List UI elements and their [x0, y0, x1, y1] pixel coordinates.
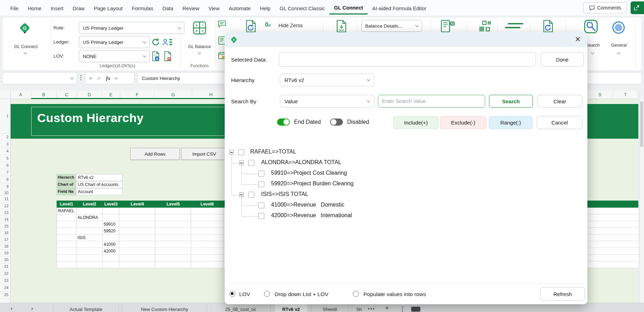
row-number[interactable]: 1	[0, 99, 10, 134]
table-cell[interactable]	[103, 261, 119, 268]
table-cell[interactable]	[103, 235, 119, 241]
table-row[interactable]: ISIS	[57, 235, 223, 241]
name-box[interactable]	[2, 72, 77, 84]
menu-file[interactable]: File	[6, 2, 23, 14]
refresh-button[interactable]: Refresh	[540, 287, 585, 301]
table-cell[interactable]	[76, 221, 103, 228]
table-cell[interactable]	[57, 221, 76, 228]
table-cell[interactable]	[155, 228, 191, 235]
table-row[interactable]: 42000	[57, 248, 223, 255]
table-cell[interactable]	[76, 261, 103, 268]
row-number[interactable]: 15	[0, 223, 10, 230]
tree-collapse-icon[interactable]	[239, 192, 244, 197]
close-icon[interactable]: ✕	[573, 35, 582, 44]
row-number[interactable]: 17	[0, 236, 10, 243]
table-cell[interactable]	[119, 214, 155, 221]
lov-download-icon[interactable]	[151, 51, 160, 63]
radio-dropdown-lov[interactable]	[264, 291, 270, 297]
tree-checkbox[interactable]	[258, 213, 264, 219]
table-cell[interactable]	[119, 248, 155, 255]
general-dropdown[interactable]: General	[608, 43, 629, 48]
tree-item-label[interactable]: 59920=>Project Burden Clearing	[271, 180, 353, 187]
sheet-tab[interactable]: 25_08_cust_oc	[211, 303, 271, 312]
table-cell[interactable]	[119, 255, 155, 261]
tree-item-label[interactable]: ALONDRA=>ALONDRA TOTAL	[261, 159, 341, 166]
tree-item-label[interactable]: RAFAEL=>TOTAL	[250, 149, 296, 155]
cancel-button[interactable]: Cancel	[537, 116, 582, 129]
lov-select[interactable]: NONE	[79, 50, 150, 62]
hide-zeros-button[interactable]: Hide Zeros	[278, 23, 303, 28]
tree-collapse-icon[interactable]	[229, 150, 234, 155]
table-cell[interactable]	[119, 241, 155, 248]
row-number[interactable]: 18	[0, 243, 10, 250]
role-select[interactable]: US Primary Ledger	[79, 22, 184, 34]
search-button[interactable]: Search	[489, 95, 533, 108]
sheet-menu-icon[interactable]	[402, 306, 403, 312]
cancel-entry-icon[interactable]: ×	[89, 75, 92, 81]
table-cell[interactable]	[155, 255, 191, 261]
tree-checkbox[interactable]	[258, 181, 264, 187]
radio-populate-rows[interactable]	[353, 291, 359, 297]
end-dated-toggle[interactable]	[277, 119, 290, 126]
row-number[interactable]: 12	[0, 203, 10, 209]
table-cell[interactable]	[76, 255, 103, 261]
table-cell[interactable]	[119, 221, 155, 228]
row-number[interactable]: 4	[0, 148, 10, 155]
exclude-button[interactable]: Exclude(-)	[440, 116, 487, 129]
sheet-tab-active[interactable]: RTv6 v2	[274, 303, 308, 312]
note-icon[interactable]	[218, 20, 226, 29]
row-number[interactable]: 13	[0, 209, 10, 216]
row-number[interactable]: 21	[0, 263, 10, 270]
selected-data-input[interactable]	[279, 52, 536, 67]
radio-lov-label[interactable]: LOV	[239, 291, 250, 297]
table-cell[interactable]	[103, 208, 119, 214]
info-value[interactable]: US Chart of Accounts	[76, 181, 122, 188]
menu-home[interactable]: Home	[23, 2, 46, 14]
table-cell[interactable]	[191, 208, 223, 214]
prev-sheet-arrow[interactable]: ‹	[11, 305, 13, 312]
more-sheets-icon[interactable]	[368, 308, 374, 310]
table-row[interactable]: 41000	[57, 241, 223, 248]
table-cell[interactable]	[191, 255, 223, 261]
menu-view[interactable]: View	[204, 2, 224, 14]
gl-connect-logo-icon[interactable]: G	[18, 21, 32, 35]
search-by-select[interactable]: Value	[280, 95, 374, 108]
ledger-select[interactable]: US Primary Ledger	[79, 36, 150, 48]
menu-gl-connect[interactable]: GL Connect	[329, 1, 368, 15]
menu-draw[interactable]: Draw	[68, 2, 89, 14]
table-cell[interactable]	[103, 214, 119, 221]
comments-button[interactable]: Comments	[583, 2, 627, 13]
tree-checkbox[interactable]	[258, 202, 264, 208]
tree-checkbox[interactable]	[248, 192, 254, 198]
table-row[interactable]: 59920	[57, 228, 223, 235]
tree-checkbox[interactable]	[248, 160, 254, 166]
balance-details-dropdown[interactable]: Balance Details...	[361, 20, 422, 32]
table-cell[interactable]	[76, 248, 103, 255]
table-cell[interactable]	[155, 261, 191, 268]
gl-balance-icon[interactable]: +−×=	[192, 21, 207, 36]
table-cell[interactable]	[191, 228, 223, 235]
sheet-tab[interactable]: Sh	[352, 303, 366, 312]
confirm-entry-icon[interactable]: ✓	[97, 75, 102, 81]
row-number[interactable]: 16	[0, 230, 10, 236]
row-number[interactable]: 23	[0, 277, 10, 284]
table-cell[interactable]	[191, 241, 223, 248]
table-cell[interactable]	[57, 228, 76, 235]
dialog-header[interactable]: G	[225, 32, 587, 47]
menu-automate[interactable]: Automate	[224, 2, 255, 14]
radio-lov[interactable]	[229, 291, 235, 297]
table-cell[interactable]	[119, 261, 155, 268]
table-cell[interactable]	[155, 214, 191, 221]
done-button[interactable]: Done	[541, 52, 584, 67]
column-header-s[interactable]: S	[587, 91, 613, 99]
formula-bar-handle[interactable]	[80, 75, 81, 80]
search-value-input[interactable]	[378, 95, 485, 108]
menu-help[interactable]: Help	[255, 2, 275, 14]
row-number[interactable]: 14	[0, 216, 10, 223]
menu-review[interactable]: Review	[178, 2, 204, 14]
row-number[interactable]: 9	[0, 183, 10, 190]
radio-populate-rows-label[interactable]: Populate values into rows	[363, 291, 426, 297]
range-button[interactable]: Range(:)	[489, 116, 533, 129]
column-header-a[interactable]: A	[11, 91, 31, 99]
table-cell[interactable]	[119, 228, 155, 235]
